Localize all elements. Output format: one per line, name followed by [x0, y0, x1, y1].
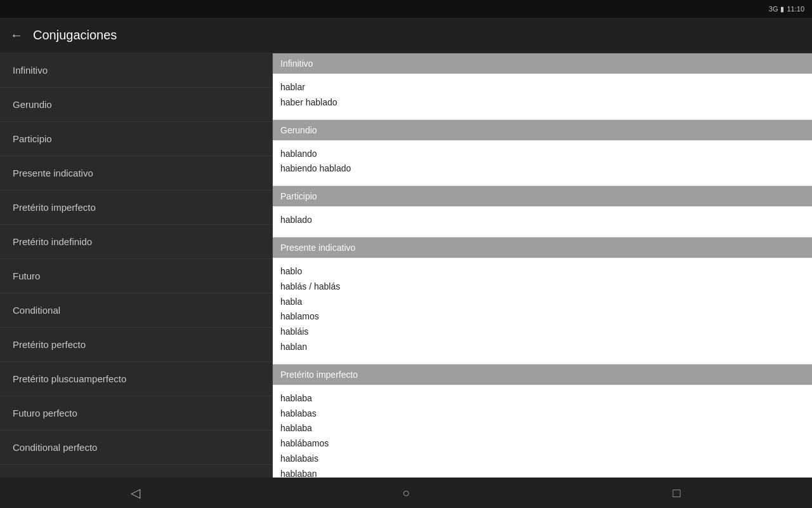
content-area: Infinitivohablar haber habladoGerundioha… [273, 53, 812, 478]
section-header-preterito-imperfecto: Pretérito imperfecto [273, 364, 812, 385]
section-body-participio: hablado [273, 206, 812, 237]
sidebar-item-conditional-perfecto[interactable]: Conditional perfecto [0, 431, 272, 465]
bottom-nav: ◁ ○ □ [0, 478, 812, 508]
status-icons: 3G ▮ 11:10 [769, 5, 804, 13]
app-bar: ← Conjugaciones [0, 18, 812, 53]
signal-indicator: 3G [769, 5, 778, 13]
back-button[interactable]: ← [10, 28, 23, 43]
section-body-gerundio: hablando habiendo hablado [273, 140, 812, 187]
nav-recents-button[interactable]: □ [658, 480, 696, 505]
section-header-participio: Participio [273, 186, 812, 206]
sidebar-item-futuro[interactable]: Futuro [0, 259, 272, 293]
sidebar-item-infinitivo[interactable]: Infinitivo [0, 53, 272, 88]
section-body-preterito-imperfecto: hablaba hablabas hablaba hablábamos habl… [273, 385, 812, 478]
nav-home-button[interactable]: ○ [387, 480, 425, 505]
status-bar: 3G ▮ 11:10 [0, 0, 812, 18]
section-body-presente-indicativo: hablo hablás / hablás habla hablamos hab… [273, 258, 812, 364]
sidebar-item-presente-indicativo[interactable]: Presente indicativo [0, 156, 272, 190]
main-layout: InfinitivoGerundioParticipioPresente ind… [0, 53, 812, 478]
section-body-infinitivo: hablar haber hablado [273, 74, 812, 120]
time-display: 11:10 [787, 5, 804, 13]
sidebar-item-presente-subjuntivo[interactable]: Presente subjuntivo [0, 465, 272, 478]
sidebar-item-participio[interactable]: Participio [0, 122, 272, 156]
section-header-infinitivo: Infinitivo [273, 53, 812, 74]
sidebar-item-preterito-indefinido[interactable]: Pretérito indefinido [0, 225, 272, 259]
sidebar-item-conditional[interactable]: Conditional [0, 293, 272, 328]
sidebar: InfinitivoGerundioParticipioPresente ind… [0, 53, 273, 478]
section-header-gerundio: Gerundio [273, 120, 812, 140]
sidebar-item-preterito-imperfecto[interactable]: Pretérito imperfecto [0, 190, 272, 225]
section-header-presente-indicativo: Presente indicativo [273, 237, 812, 258]
sidebar-item-gerundio[interactable]: Gerundio [0, 88, 272, 122]
app-title: Conjugaciones [33, 28, 117, 43]
sidebar-item-futuro-perfecto[interactable]: Futuro perfecto [0, 396, 272, 431]
battery-icon: ▮ [780, 5, 784, 13]
sidebar-item-preterito-pluscuamperfecto[interactable]: Pretérito pluscuamperfecto [0, 362, 272, 396]
nav-back-button[interactable]: ◁ [116, 480, 154, 505]
sidebar-item-preterito-perfecto[interactable]: Pretérito perfecto [0, 328, 272, 362]
